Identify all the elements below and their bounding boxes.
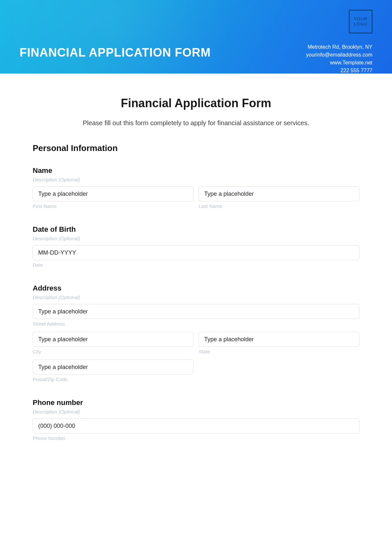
form-content: Financial Application Form Please fill o… bbox=[0, 74, 392, 470]
city-input[interactable] bbox=[33, 332, 193, 347]
field-dob: Date of Birth Description (Optional) Dat… bbox=[33, 225, 359, 268]
first-name-sublabel: First Name bbox=[33, 203, 193, 209]
contact-email: yourinfo@emailaddress.com bbox=[306, 51, 372, 59]
street-address-input[interactable] bbox=[33, 304, 359, 319]
zip-input[interactable] bbox=[33, 360, 193, 375]
form-instructions: Please fill out this form completely to … bbox=[33, 119, 359, 127]
state-input[interactable] bbox=[199, 332, 359, 347]
city-sublabel: City bbox=[33, 349, 193, 354]
name-label: Name bbox=[33, 166, 359, 175]
header-title: FINANCIAL APPLICATION FORM bbox=[20, 46, 211, 59]
address-label: Address bbox=[33, 284, 359, 293]
field-name: Name Description (Optional) First Name L… bbox=[33, 166, 359, 209]
field-address: Address Description (Optional) Street Ad… bbox=[33, 284, 359, 382]
first-name-input[interactable] bbox=[33, 186, 193, 201]
form-title: Financial Application Form bbox=[33, 96, 359, 110]
header-right: YOUR LOGO Metrotech Rd, Brooklyn, NY you… bbox=[306, 10, 372, 74]
dob-desc: Description (Optional) bbox=[33, 236, 359, 241]
phone-desc: Description (Optional) bbox=[33, 409, 359, 414]
section-personal-info: Personal Information bbox=[33, 143, 359, 153]
address-desc: Description (Optional) bbox=[33, 295, 359, 300]
dob-input[interactable] bbox=[33, 245, 359, 260]
page-header: FINANCIAL APPLICATION FORM YOUR LOGO Met… bbox=[0, 0, 392, 74]
dob-sublabel: Date bbox=[33, 262, 359, 268]
phone-input[interactable] bbox=[33, 418, 359, 433]
state-sublabel: State bbox=[199, 349, 359, 354]
field-phone: Phone number Description (Optional) Phon… bbox=[33, 398, 359, 441]
zip-sublabel: Postal/Zip Code bbox=[33, 377, 193, 382]
dob-label: Date of Birth bbox=[33, 225, 359, 234]
contact-address: Metrotech Rd, Brooklyn, NY bbox=[306, 43, 372, 51]
logo-placeholder: YOUR LOGO bbox=[349, 10, 372, 33]
last-name-input[interactable] bbox=[199, 186, 359, 201]
contact-website: www.Template.net bbox=[306, 59, 372, 67]
phone-label: Phone number bbox=[33, 398, 359, 407]
contact-info: Metrotech Rd, Brooklyn, NY yourinfo@emai… bbox=[306, 43, 372, 74]
last-name-sublabel: Last Name bbox=[199, 203, 359, 209]
contact-phone: 222 555 7777 bbox=[306, 67, 372, 74]
phone-sublabel: Phone Number bbox=[33, 435, 359, 441]
street-sublabel: Street Address bbox=[33, 321, 359, 327]
name-desc: Description (Optional) bbox=[33, 177, 359, 182]
